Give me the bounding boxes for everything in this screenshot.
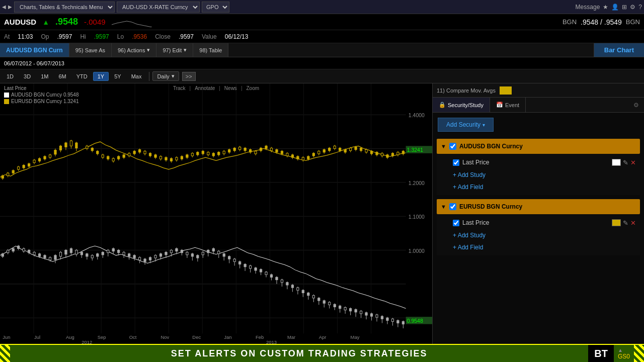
expand-button[interactable]: >> — [182, 72, 196, 81]
period-6m[interactable]: 6M — [54, 72, 70, 81]
svg-rect-297 — [334, 304, 336, 307]
gpo-dropdown[interactable]: GPO — [202, 2, 229, 13]
help-icon[interactable]: ? — [638, 4, 642, 11]
period-5y[interactable]: 5Y — [110, 72, 125, 81]
compare-section: 11) Compare Mov. Avgs — [433, 83, 644, 98]
audusd-color-picker[interactable] — [612, 159, 621, 166]
svg-rect-239 — [181, 250, 183, 253]
edit-button[interactable]: 97) Edit ▾ — [156, 43, 193, 57]
time-value: 11:03 — [18, 33, 33, 40]
period-3d[interactable]: 3D — [19, 72, 35, 81]
actions-button[interactable]: 96) Actions ▾ — [112, 43, 156, 57]
svg-text:1.3241: 1.3241 — [407, 147, 423, 153]
table-button[interactable]: 98) Table — [193, 43, 228, 57]
settings-icon[interactable]: ⚙ — [630, 4, 635, 11]
save-as-button[interactable]: 95) Save As — [69, 43, 112, 57]
nav-forward-arrow[interactable]: ▶ — [8, 4, 12, 10]
svg-text:0.9548: 0.9548 — [407, 318, 423, 324]
svg-text:Jul: Jul — [34, 335, 40, 340]
currency-dropdown[interactable]: AUD-USD X-RATE Curncy — [117, 2, 200, 13]
audusd-remove-icon[interactable]: ✕ — [630, 159, 636, 166]
toolbar-row: AUDUSD BGN Curn 95) Save As 96) Actions … — [0, 43, 644, 57]
svg-rect-113 — [255, 151, 257, 154]
svg-rect-209 — [102, 252, 104, 255]
add-security-button[interactable]: Add Security ▾ — [438, 118, 494, 132]
last-price-checkbox-audusd[interactable] — [453, 159, 459, 166]
svg-rect-103 — [228, 150, 230, 152]
svg-rect-225 — [144, 259, 146, 261]
svg-rect-93 — [202, 151, 204, 154]
svg-rect-115 — [260, 148, 262, 150]
eurusd-color-picker[interactable] — [612, 219, 621, 226]
svg-text:May: May — [351, 335, 360, 340]
security-item-eurusd: ▼ EURUSD BGN Curncy Last Price ✎ ✕ + Add… — [437, 199, 640, 255]
expand-audusd-icon[interactable]: ▼ — [441, 143, 446, 149]
expand-eurusd-icon[interactable]: ▼ — [441, 204, 446, 210]
daterange-row: 06/07/2012 - 06/07/2013 — [0, 57, 644, 69]
interval-dropdown[interactable]: Daily ▾ — [152, 71, 179, 81]
message-button[interactable]: Message — [576, 4, 600, 11]
at-label: At — [4, 33, 10, 40]
security-name-eurusd: EURUSD BGN Curncy — [459, 203, 636, 210]
add-study-audusd[interactable]: + Add Study — [449, 169, 640, 181]
period-1y[interactable]: 1Y — [93, 72, 109, 81]
svg-rect-265 — [249, 266, 251, 268]
svg-rect-201 — [80, 252, 83, 255]
svg-rect-35 — [44, 156, 46, 159]
value-label: Value — [202, 33, 217, 40]
legend-color-white — [4, 93, 9, 98]
high-value: .9597 — [94, 33, 109, 40]
svg-rect-81 — [170, 158, 172, 161]
svg-rect-39 — [54, 150, 56, 154]
right-panel: 11) Compare Mov. Avgs 🔒 Security/Study 📅… — [433, 83, 644, 344]
svg-rect-179 — [23, 248, 25, 251]
period-ytd[interactable]: YTD — [72, 72, 92, 81]
eurusd-remove-icon[interactable]: ✕ — [630, 219, 636, 227]
lo-label: Lo — [117, 33, 124, 40]
star-icon[interactable]: ★ — [603, 4, 608, 11]
last-price-checkbox-eurusd[interactable] — [453, 220, 459, 226]
compare-label: 11) Compare Mov. Avgs — [437, 87, 496, 94]
svg-rect-219 — [128, 254, 130, 256]
chart-area[interactable]: Last Price AUDUSD BGN Curncy 0.9548 EURU… — [0, 83, 433, 344]
svg-rect-183 — [33, 252, 35, 255]
track-button[interactable]: Track — [173, 85, 186, 91]
svg-rect-295 — [329, 302, 331, 305]
svg-rect-275 — [276, 277, 278, 280]
audusd-edit-icon[interactable]: ✎ — [623, 159, 628, 166]
svg-rect-139 — [323, 150, 325, 152]
add-study-eurusd[interactable]: + Add Study — [449, 229, 640, 241]
security-name-audusd: AUDUSD BGN Curncy — [459, 143, 636, 150]
add-field-audusd[interactable]: + Add Field — [449, 181, 640, 193]
zoom-button[interactable]: Zoom — [246, 85, 259, 91]
add-study-eurusd-label: + Add Study — [453, 232, 486, 239]
bar-chart-button[interactable]: Bar Chart — [594, 43, 644, 57]
svg-text:1.0000: 1.0000 — [409, 248, 425, 254]
open-value: .9597 — [57, 33, 72, 40]
tab-event[interactable]: 📅 Event — [490, 98, 526, 112]
period-max[interactable]: Max — [127, 72, 146, 81]
main-content: Last Price AUDUSD BGN Curncy 0.9548 EURU… — [0, 83, 644, 344]
compare-input[interactable] — [500, 86, 512, 95]
eurusd-edit-icon[interactable]: ✎ — [623, 219, 628, 227]
ticker-text: SET ALERTS ON CUSTOM TRADING STRATEGIES — [10, 348, 588, 359]
period-1d[interactable]: 1D — [2, 72, 18, 81]
person-icon[interactable]: 👤 — [611, 4, 619, 11]
svg-rect-99 — [218, 152, 220, 155]
tab-security-study[interactable]: 🔒 Security/Study — [433, 98, 490, 112]
nav-back-arrow[interactable]: ◀ — [2, 4, 6, 10]
checkbox-eurusd[interactable] — [449, 203, 456, 210]
add-field-eurusd[interactable]: + Add Field — [449, 241, 640, 253]
annotate-button[interactable]: Annotate — [195, 85, 215, 91]
checkbox-audusd[interactable] — [449, 143, 456, 150]
news-button[interactable]: News — [224, 85, 237, 91]
settings-gear-button[interactable]: ⚙ — [628, 102, 644, 109]
period-1m[interactable]: 1M — [36, 72, 53, 81]
svg-rect-125 — [286, 153, 288, 156]
price-detail-row: At 11:03 Op .9597 Hi .9597 Lo .9536 Clos… — [0, 30, 644, 43]
charts-menu-dropdown[interactable]: Charts, Tables & Technicals Menu — [14, 2, 115, 13]
close-label: Close — [155, 33, 171, 40]
add-field-eurusd-label: + Add Field — [453, 244, 483, 251]
svg-rect-191 — [54, 255, 56, 259]
grid-icon[interactable]: ⊞ — [622, 4, 627, 11]
